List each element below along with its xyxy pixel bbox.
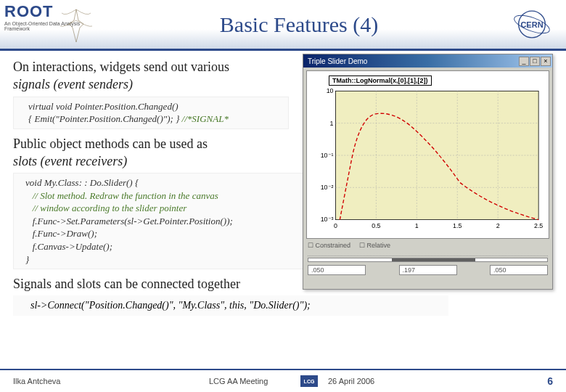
svg-text:CERN: CERN bbox=[520, 20, 543, 29]
svg-text:10⁻²: 10⁻² bbox=[321, 184, 334, 191]
lcg-logo: LCG bbox=[300, 375, 318, 387]
code2-line1: void My.Class: : Do.Slider() { bbox=[25, 177, 139, 188]
triple-slider[interactable] bbox=[308, 258, 548, 262]
checkbox-row: Constrained Relative bbox=[308, 242, 548, 249]
code2-line6: f.Canvas->Update(); bbox=[33, 241, 112, 252]
para1-line2: signals (event senders) bbox=[13, 77, 133, 91]
root-logo-text: ROOT bbox=[4, 2, 54, 21]
plot-title: TMath::LogNormal(x,[0],[1],[2]) bbox=[329, 75, 432, 86]
code2-line5: f.Func->Draw(); bbox=[33, 228, 97, 239]
tree-icon bbox=[58, 6, 94, 46]
value-box-3[interactable]: .050 bbox=[490, 265, 548, 275]
value-box-1[interactable]: .050 bbox=[308, 265, 366, 275]
maximize-button[interactable]: □ bbox=[530, 57, 540, 66]
page-number: 6 bbox=[547, 375, 553, 387]
value-box-2[interactable]: .197 bbox=[399, 265, 457, 275]
plot-canvas: TMath::LogNormal(x,[0],[1],[2]) 10 bbox=[306, 70, 549, 239]
cern-logo: CERN bbox=[504, 3, 560, 46]
checkbox-constrained[interactable]: Constrained bbox=[308, 242, 350, 249]
svg-text:10⁻³: 10⁻³ bbox=[321, 216, 334, 223]
svg-text:2: 2 bbox=[496, 222, 500, 229]
svg-text:1: 1 bbox=[330, 120, 334, 127]
footer-author: Ilka Antcheva bbox=[13, 377, 209, 385]
checkbox-relative[interactable]: Relative bbox=[359, 242, 390, 249]
window-titlebar[interactable]: Triple Slider Demo _ □ × bbox=[303, 54, 552, 68]
svg-text:10⁻¹: 10⁻¹ bbox=[321, 152, 334, 159]
slide-header: ROOT An Object-Oriented Data Analysis Fr… bbox=[0, 0, 566, 51]
svg-text:1: 1 bbox=[415, 222, 419, 229]
value-boxes: .050 .197 .050 bbox=[308, 265, 548, 275]
code1-line2: { Emit("Pointer.Position.Changed()"); } bbox=[28, 113, 179, 124]
svg-text:2.5: 2.5 bbox=[534, 222, 543, 229]
code-connect-example: sl->Connect("Position.Changed()", "My.Cl… bbox=[13, 295, 448, 316]
code-signal-example: virtual void Pointer.Position.Changed() … bbox=[13, 97, 289, 129]
para1-line1: On interactions, widgets send out variou… bbox=[13, 60, 229, 74]
window-title: Triple Slider Demo bbox=[305, 57, 518, 65]
code2-line3: // window according to the slider pointe… bbox=[33, 203, 187, 213]
svg-text:10: 10 bbox=[327, 87, 334, 94]
footer-meeting: LCG AA Meeting bbox=[209, 377, 296, 385]
code1-comment: //*SIGNAL* bbox=[179, 113, 229, 124]
para2-line1: Public object methods can be used as bbox=[13, 136, 208, 151]
slide-footer: Ilka Antcheva LCG AA Meeting LCG 26 Apri… bbox=[0, 369, 566, 392]
footer-date: 26 April 2006 bbox=[322, 377, 547, 385]
code2-line2: // Slot method. Redraw the function in t… bbox=[33, 190, 218, 201]
paragraph-connect: Signals and slots can be connected toget… bbox=[13, 275, 332, 293]
code1-line1: virtual void Pointer.Position.Changed() bbox=[28, 101, 179, 112]
para2-line2: slots (event receivers) bbox=[13, 154, 127, 168]
code2-line7: } bbox=[25, 254, 29, 265]
svg-text:0: 0 bbox=[334, 222, 337, 229]
paragraph-signals: On interactions, widgets send out variou… bbox=[13, 58, 296, 94]
svg-text:1.5: 1.5 bbox=[453, 222, 462, 229]
slide-title: Basic Features (4) bbox=[94, 12, 504, 37]
code2-line4: f.Func->Set.Parameters(sl->Get.Pointer.P… bbox=[33, 216, 233, 226]
svg-text:0.5: 0.5 bbox=[372, 222, 380, 229]
slider-ticks-row bbox=[308, 250, 548, 256]
paragraph-slots: Public object methods can be used as slo… bbox=[13, 135, 296, 171]
demo-window: Triple Slider Demo _ □ × TMath::LogNorma… bbox=[303, 54, 553, 290]
slide-content: On interactions, widgets send out variou… bbox=[0, 51, 566, 316]
close-button[interactable]: × bbox=[541, 57, 551, 66]
minimize-button[interactable]: _ bbox=[519, 57, 529, 66]
chart-svg: 10 1 10⁻¹ 10⁻² 10⁻³ 0 0.5 1 1.5 2 2.5 bbox=[310, 74, 546, 235]
